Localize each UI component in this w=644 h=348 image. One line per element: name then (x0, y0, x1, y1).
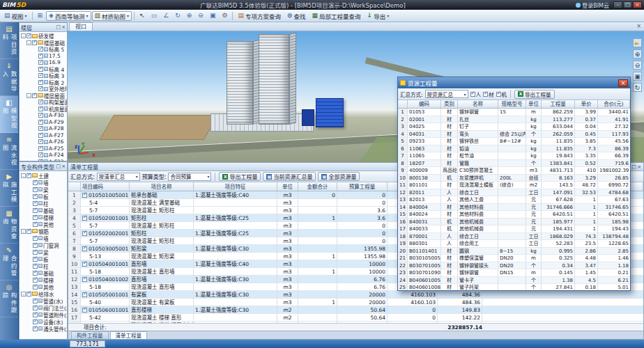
pin-icon[interactable] (56, 24, 61, 30)
tree-item[interactable]: ✓其他 (20, 283, 67, 290)
resource-row[interactable]: 304025材钉子kg633.0440.0427.32 (398, 123, 630, 131)
resource-row[interactable]: 1382013人其他人工费元67.628167.63 (398, 196, 630, 204)
table-row[interactable]: 16✓010506001001直形楼梯1.混凝土强度等级:C30m250.640… (68, 306, 643, 314)
orbit-icon[interactable]: ↻ (633, 83, 642, 92)
column-header[interactable]: 单价 (575, 100, 598, 108)
doc-button[interactable]: ▤专项方案查询 (235, 11, 284, 21)
tree-item[interactable]: ✓板 (20, 193, 67, 200)
checkbox[interactable]: ✓ (33, 201, 38, 206)
close-button[interactable]: × (618, 79, 628, 87)
checkbox[interactable]: ✓ (26, 229, 31, 234)
column-header[interactable]: 合价(元) (598, 100, 630, 108)
excel-button[interactable]: X导出工程量 (219, 172, 261, 181)
column-header[interactable]: 工程量 (542, 100, 575, 108)
filter-checkbox[interactable]: ✓材 (483, 90, 494, 98)
checkbox[interactable]: ✓ (33, 313, 38, 317)
resource-row[interactable]: 15840024材其他材料费元6420.5116420.51 (398, 211, 630, 219)
column-header[interactable]: 项目特征 (194, 182, 277, 191)
orbit-button[interactable]: ↻ (172, 11, 183, 21)
checkbox[interactable]: ✓ (82, 292, 87, 297)
tree-item[interactable]: ✓其他 (20, 221, 67, 228)
tree-item[interactable]: ✓A-F25 (20, 145, 67, 152)
checkbox[interactable]: ✓ (33, 194, 38, 199)
gear-button[interactable]: ⚙ (219, 11, 230, 21)
expander-icon[interactable]: - (21, 229, 26, 234)
checkbox[interactable]: ✓ (38, 100, 43, 104)
tree-item[interactable]: ✓A-F24 (20, 152, 67, 159)
minimize-button[interactable]: – (613, 1, 622, 8)
checkbox[interactable]: ✓ (38, 80, 43, 85)
budget-type-select[interactable]: 合同预算▾ (168, 173, 211, 181)
resource-row[interactable]: 202001材扎丝kg113.2770.3741.91 (398, 116, 630, 124)
checkbox[interactable]: ✓ (33, 299, 38, 303)
bottom-tab[interactable]: 构件工程量 (71, 331, 109, 339)
tree-item[interactable]: ✓机房屋面 (20, 106, 67, 113)
maximize-button[interactable]: □ (623, 1, 632, 8)
checkbox[interactable]: ✓ (38, 152, 43, 157)
close-icon[interactable] (61, 164, 66, 169)
table-button[interactable]: ▦全部资源量 (318, 172, 360, 181)
checkbox[interactable]: ✓ (33, 187, 38, 192)
checkbox[interactable]: ✓ (26, 292, 31, 296)
close-button[interactable]: × (633, 1, 642, 8)
tree-item[interactable]: ✓17.5 (20, 53, 67, 60)
expander-icon[interactable]: - (26, 93, 31, 98)
tree-item[interactable]: ✓A-F26 (20, 139, 67, 145)
resource-row[interactable]: 16840031机其他机械费元185.9771185.98 (398, 219, 630, 226)
checkbox[interactable]: ✓ (33, 208, 38, 213)
resource-row[interactable]: 509233材镀锌铁丝8#~12#kg11.8353.8545.56 (398, 138, 630, 145)
resource-row[interactable]: 19880301人综合用工工日52.28323.51228.65 (398, 240, 630, 248)
summary-mode-select[interactable]: 按清单汇总▾ (97, 173, 140, 181)
filter-checkbox[interactable]: ✓人 (470, 90, 482, 98)
sidebar-tab-pen[interactable]: ✎合约管理 (0, 244, 18, 280)
tree-item[interactable]: ✓基础 (20, 269, 67, 276)
resource-row[interactable]: 20B01101401材圆钢8~15kg0.9952.862.85 (398, 248, 630, 255)
sidebar-tab-cube[interactable]: ◧模型视图 (0, 96, 18, 133)
sidebar-tab-flow[interactable]: ≋流水视图 (0, 133, 18, 170)
tree-item[interactable]: ✓A-F27 (20, 132, 67, 139)
tree-item[interactable]: ✓墙 (20, 179, 67, 186)
tree-item[interactable]: -✓土建 (20, 172, 67, 179)
angle-button[interactable]: ∠ (160, 11, 171, 21)
checkbox[interactable]: ✓ (33, 180, 38, 185)
table-row[interactable]: 155-40现浇混凝土 有梁板m31200004160.103484.36 (68, 299, 643, 306)
tree-item[interactable]: ✓板 (20, 255, 67, 262)
expander-icon[interactable]: - (21, 173, 26, 178)
checkbox[interactable]: ✓ (82, 193, 87, 198)
tree-item[interactable]: ✓A-F30 (20, 112, 67, 119)
grid-button[interactable]: ⊞ (35, 11, 46, 21)
box-button[interactable]: ▭ (148, 11, 160, 21)
checkbox[interactable]: ✓ (33, 306, 38, 310)
checkbox[interactable]: ✓ (38, 139, 43, 144)
checkbox[interactable]: ✓ (33, 250, 38, 255)
checkbox[interactable]: ✓ (33, 278, 38, 283)
tree-item[interactable]: -✓钢筋 (20, 228, 67, 235)
column-header[interactable]: 规格型号 (498, 100, 526, 108)
checkbox[interactable]: ✓ (38, 67, 43, 72)
sidebar-tab-imp[interactable]: ⇓数据导入 (0, 59, 18, 96)
tree-item[interactable]: ✓梁 (20, 248, 67, 255)
checkbox[interactable]: ✓ (33, 243, 38, 248)
checkbox[interactable]: ✓ (82, 308, 87, 313)
filter-checkbox[interactable]: ✓机 (496, 90, 507, 98)
table-row[interactable]: 175-42现浇混凝土 楼梯 直形m250.640142.22 (68, 314, 643, 322)
tree-item[interactable]: ✓设备(水) (20, 318, 67, 325)
column-header[interactable]: 项目名称 (130, 182, 194, 191)
checkbox[interactable]: ✓ (38, 47, 43, 52)
column-header[interactable]: 预算工程量 (337, 182, 388, 191)
checkbox[interactable]: ✓ (33, 236, 38, 241)
resource-row[interactable]: 24B040601005材管卡子个1.384.56.21 (398, 277, 630, 285)
resource-row[interactable]: 23B030701090材镀锌钢管DN15m0.1451.450.21 (398, 269, 630, 277)
checkbox[interactable]: ✓ (82, 231, 87, 236)
tree-item[interactable]: ✓A-F29 (20, 119, 67, 126)
zoomout-button[interactable]: ⊖ (195, 11, 206, 21)
tree-item[interactable]: ✓标高 5 (20, 46, 67, 53)
tree-item[interactable]: ✓墙 (20, 235, 67, 242)
pin-icon[interactable] (632, 164, 637, 170)
resource-row[interactable]: 22B030701005材镀锌钢管接头DN20个0.343.471.18 (398, 262, 630, 270)
checkbox[interactable]: ✓ (33, 285, 38, 290)
checkbox[interactable]: ✓ (38, 106, 43, 111)
column-header[interactable]: 编码 (408, 100, 441, 108)
tree-item[interactable]: ✓柱 (20, 200, 67, 207)
checkbox[interactable]: ✓ (38, 60, 43, 65)
